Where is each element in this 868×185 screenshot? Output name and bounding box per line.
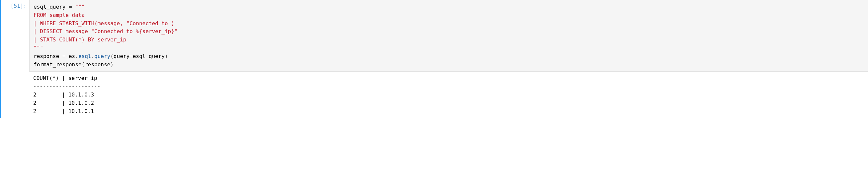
code-token-dot: .: [91, 53, 94, 59]
output-prompt: [1, 72, 29, 118]
output-divider: ---------------------: [33, 83, 100, 89]
code-token-string: | DISSECT message "Connected to %{server…: [34, 28, 177, 35]
notebook-cell-container: [51]:: [0, 0, 868, 118]
code-token-paren: (: [82, 61, 85, 68]
stdout-output: COUNT(*) | server_ip -------------------…: [29, 72, 868, 118]
code-token-paren: ): [165, 53, 168, 59]
code-token-attr: query: [94, 53, 110, 59]
code-token-eq: =: [129, 53, 133, 59]
code-token-dot: .: [75, 53, 79, 59]
output-cell: COUNT(*) | server_ip -------------------…: [1, 72, 868, 118]
code-token-string: FROM sample_data: [34, 12, 85, 18]
code-token-var: es: [69, 53, 75, 59]
code-token-call: format_response: [34, 61, 82, 68]
code-token-op: =: [65, 4, 75, 10]
code-cell: [51]:: [1, 0, 868, 72]
code-token-var: esql_query: [34, 4, 65, 10]
output-content: COUNT(*) | server_ip -------------------…: [29, 72, 868, 118]
code-token-paren: ): [110, 61, 114, 68]
output-row: 2 | 10.1.0.2: [33, 100, 94, 106]
code-token-string: | WHERE STARTS_WITH(message, "Connected …: [34, 20, 174, 27]
code-token-var: esql_query: [133, 53, 165, 59]
code-token-string: """: [75, 4, 85, 10]
code-token-paren: (: [110, 53, 114, 59]
output-row: 2 | 10.1.0.1: [33, 108, 94, 114]
code-token-kwarg: query: [114, 53, 129, 59]
code-content: esql_query = """ FROM sample_data | WHER…: [29, 0, 868, 72]
code-token-string: """: [34, 45, 43, 51]
code-editor[interactable]: esql_query = """ FROM sample_data | WHER…: [29, 0, 868, 72]
code-token-string: | STATS COUNT(*) BY server_ip: [34, 36, 126, 43]
code-token-op: =: [59, 53, 69, 59]
output-row: 2 | 10.1.0.3: [33, 91, 94, 98]
code-token-var: response: [85, 61, 110, 68]
input-prompt: [51]:: [1, 0, 29, 72]
code-token-var: response: [34, 53, 59, 59]
code-token-attr: esql: [79, 53, 91, 59]
output-header: COUNT(*) | server_ip: [33, 75, 97, 81]
